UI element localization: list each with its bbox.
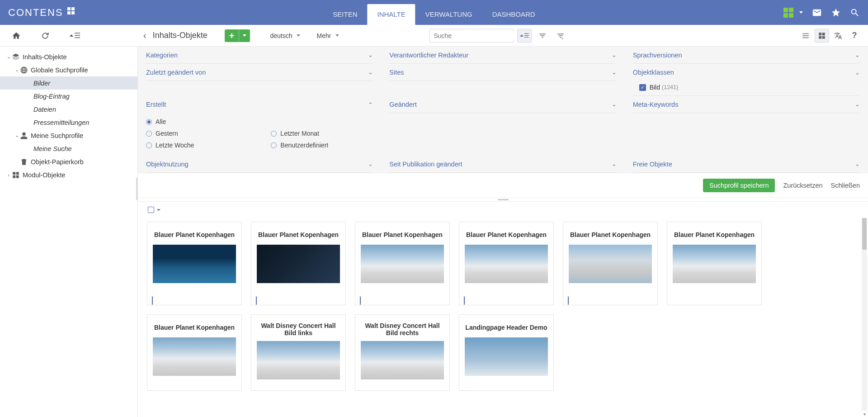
- filter-meta-keywords[interactable]: Meta-Keywords⌄: [633, 96, 860, 113]
- filter-clear-icon[interactable]: x: [553, 29, 568, 43]
- filter-erstellt[interactable]: Erstellt⌃: [146, 96, 373, 113]
- toolbar-row: ☰ ‹ Inhalts-Objekte + deutsch Mehr ☰ x ?: [0, 25, 868, 47]
- home-icon[interactable]: [12, 31, 21, 40]
- card-title: Blauer Planet Kopenhagen: [670, 225, 759, 245]
- splitter-handle[interactable]: [136, 178, 138, 200]
- more-select[interactable]: Mehr: [316, 32, 339, 39]
- card-title: Walt Disney Concert Hall Bild links: [254, 317, 343, 341]
- card-checkbox[interactable]: [152, 296, 153, 305]
- grid-view-icon[interactable]: [815, 29, 829, 43]
- filter-sites[interactable]: Sites⌄: [389, 64, 616, 81]
- card-checkbox[interactable]: [568, 296, 569, 305]
- card-checkbox[interactable]: [360, 296, 361, 305]
- objectclass-option[interactable]: ✓ Bild (1241): [633, 81, 860, 96]
- apps-icon[interactable]: [783, 7, 794, 18]
- translate-icon[interactable]: [831, 29, 845, 43]
- list-view-icon[interactable]: [798, 29, 813, 43]
- filter-objektklassen[interactable]: Objektklassen⌄: [633, 64, 860, 81]
- created-option[interactable]: Letzte Woche: [146, 139, 194, 151]
- created-option[interactable]: Gestern: [146, 128, 194, 139]
- tree-item-8[interactable]: Objekt-Papierkorb: [0, 155, 137, 168]
- language-select[interactable]: deutsch: [270, 32, 300, 39]
- select-all-checkbox[interactable]: [148, 207, 154, 213]
- card-checkbox[interactable]: [256, 296, 257, 305]
- result-card[interactable]: Blauer Planet Kopenhagen: [563, 222, 658, 305]
- filter-kategorien[interactable]: Kategorien⌄: [146, 47, 373, 64]
- card-thumbnail: [465, 245, 548, 283]
- filter-zuletzt-geandert[interactable]: Zuletzt geändert von⌄: [146, 64, 373, 81]
- more-label: Mehr: [316, 32, 331, 39]
- language-label: deutsch: [270, 32, 292, 39]
- result-card[interactable]: Walt Disney Concert Hall Bild rechts: [355, 314, 450, 391]
- tree-item-9[interactable]: ›Modul-Objekte: [0, 168, 137, 181]
- filter-list-icon[interactable]: ☰: [70, 31, 80, 40]
- radio-icon: [271, 131, 277, 137]
- result-card[interactable]: Blauer Planet Kopenhagen: [459, 222, 554, 305]
- result-card[interactable]: Blauer Planet Kopenhagen: [147, 222, 242, 305]
- created-option[interactable]: Alle: [146, 116, 194, 128]
- result-card[interactable]: Blauer Planet Kopenhagen: [147, 314, 242, 391]
- select-dropdown-icon[interactable]: [157, 209, 160, 211]
- help-icon[interactable]: ?: [847, 29, 862, 43]
- search-box[interactable]: [429, 29, 514, 43]
- mail-icon[interactable]: [812, 8, 822, 18]
- nav-dashboard[interactable]: DASHBOARD: [482, 4, 545, 25]
- filter-objektnutzung[interactable]: Objektnutzung⌄: [146, 156, 373, 173]
- reset-button[interactable]: Zurücksetzen: [783, 182, 822, 189]
- card-title: Landingpage Header Demo: [462, 317, 551, 337]
- tree-item-4[interactable]: Dateien: [0, 103, 137, 116]
- result-card[interactable]: Blauer Planet Kopenhagen: [251, 222, 346, 305]
- star-icon[interactable]: [831, 8, 841, 18]
- tree-item-3[interactable]: Blog-Eintrag: [0, 90, 137, 103]
- nav-inhalte[interactable]: INHALTE: [368, 4, 415, 25]
- filter-seit-publikation-geändert[interactable]: Seit Publikation geändert⌄: [389, 156, 616, 173]
- back-icon[interactable]: ‹: [141, 30, 149, 41]
- apps-dropdown-icon[interactable]: [799, 11, 803, 14]
- tree-item-7[interactable]: Meine Suche: [0, 142, 137, 155]
- chevron-down-icon: ⌄: [855, 52, 860, 58]
- filter-geaendert[interactable]: Geändert⌄: [389, 96, 616, 113]
- nav-verwaltung[interactable]: VERWALTUNG: [415, 4, 482, 25]
- card-checkbox[interactable]: [464, 296, 465, 305]
- filter-freie-objekte[interactable]: Freie Objekte⌄: [633, 156, 860, 173]
- search-icon[interactable]: [850, 8, 860, 18]
- refresh-icon[interactable]: [41, 31, 50, 40]
- plus-icon: +: [225, 29, 240, 42]
- save-searchprofile-button[interactable]: Suchprofil speichern: [703, 179, 775, 192]
- main-content: Kategorien⌄Verantwortlicher Redakteur⌄Sp…: [138, 47, 868, 417]
- card-title: Blauer Planet Kopenhagen: [150, 225, 239, 245]
- card-thumbnail: [465, 337, 548, 376]
- logo-text: CONTENS: [8, 7, 63, 19]
- chevron-down-icon: ⌄: [612, 161, 617, 167]
- main-nav: SEITENINHALTEVERWALTUNGDASHBOARD: [323, 0, 545, 25]
- toggle-filters-icon[interactable]: ☰: [517, 29, 532, 43]
- close-button[interactable]: Schließen: [831, 182, 860, 189]
- scroll-down-icon[interactable]: ▾: [862, 411, 867, 417]
- result-card[interactable]: Blauer Planet Kopenhagen: [667, 222, 762, 305]
- results-area: Blauer Planet KopenhagenBlauer Planet Ko…: [138, 218, 868, 417]
- tree-item-0[interactable]: ⌄Inhalts-Objekte: [0, 50, 137, 63]
- created-option[interactable]: Benutzerdefiniert: [271, 139, 328, 151]
- tree-item-5[interactable]: Pressemitteilungen: [0, 116, 137, 129]
- sidebar-toolbar: ☰: [0, 25, 138, 47]
- filter-verantwortlicher-redakteur[interactable]: Verantwortlicher Redakteur⌄: [389, 47, 616, 64]
- filter-row-4: Objektnutzung⌄Seit Publikation geändert⌄…: [138, 156, 868, 173]
- tree-item-1[interactable]: ⌄Globale Suchprofile: [0, 63, 137, 76]
- tree-item-6[interactable]: ⌄Meine Suchprofile: [0, 129, 137, 142]
- add-button[interactable]: +: [225, 29, 250, 42]
- resize-grip[interactable]: [138, 198, 868, 202]
- search-input[interactable]: [430, 32, 516, 39]
- card-thumbnail: [153, 245, 236, 283]
- result-card[interactable]: Landingpage Header Demo: [459, 314, 554, 391]
- result-card[interactable]: Blauer Planet Kopenhagen: [355, 222, 450, 305]
- main-toolbar: ‹ Inhalts-Objekte + deutsch Mehr ☰ x ?: [138, 25, 868, 47]
- tree-item-2[interactable]: Bilder: [0, 76, 137, 90]
- filter-sprachversionen[interactable]: Sprachversionen⌄: [633, 47, 860, 64]
- select-all-bar: [138, 202, 868, 218]
- filter-icon[interactable]: [535, 29, 550, 43]
- card-thumbnail: [569, 245, 652, 283]
- created-option[interactable]: Letzter Monat: [271, 128, 328, 139]
- result-card[interactable]: Walt Disney Concert Hall Bild links: [251, 314, 346, 391]
- scrollbar[interactable]: ▾: [862, 218, 867, 417]
- nav-seiten[interactable]: SEITEN: [323, 4, 367, 25]
